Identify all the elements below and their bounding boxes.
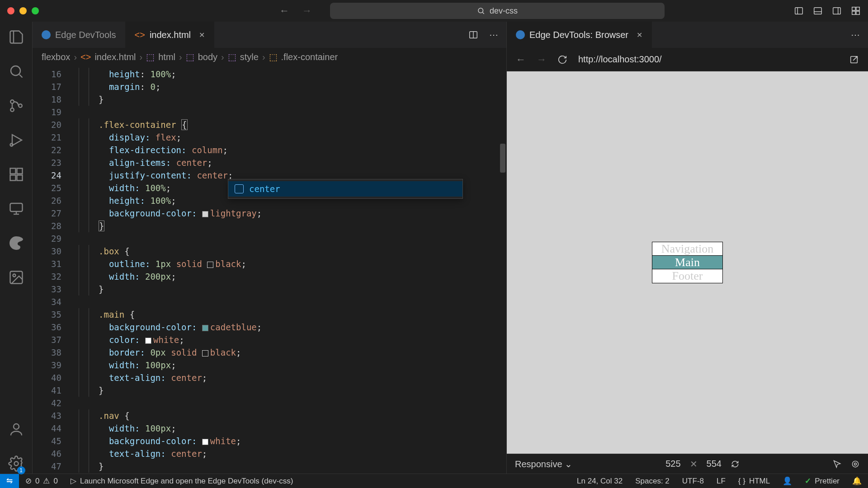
encoding-status[interactable]: UTF-8 (676, 474, 710, 488)
problems-counter[interactable]: ⊘0 ⚠0 (19, 474, 64, 488)
close-tab-icon[interactable]: ✕ (199, 31, 205, 39)
breadcrumb-item[interactable]: body (198, 52, 217, 62)
editor-scrollbar-track (499, 66, 506, 474)
run-debug-icon[interactable] (8, 132, 24, 148)
enum-value-icon (235, 184, 244, 193)
url-input[interactable]: http://localhost:3000/ (578, 54, 838, 65)
panel-right-icon[interactable] (832, 6, 842, 16)
command-center[interactable]: dev-css (330, 3, 665, 19)
symbol-icon: ⬚ (228, 52, 236, 62)
window-controls (7, 7, 39, 14)
open-external-icon[interactable] (849, 55, 859, 65)
tab-edge-browser[interactable]: Edge DevTools: Browser ✕ (507, 22, 652, 48)
search-sidebar-icon[interactable] (8, 63, 24, 80)
browser-viewport[interactable]: Navigation Main Footer (507, 71, 868, 454)
svg-rect-19 (10, 169, 15, 174)
reload-icon[interactable] (557, 55, 567, 65)
responsive-dropdown[interactable]: Responsive ⌄ (515, 459, 572, 469)
intellisense-popup[interactable]: center (228, 179, 463, 199)
live-preview-icon[interactable]: 👤 (776, 474, 798, 488)
svg-marker-17 (12, 135, 22, 145)
extensions-icon[interactable] (8, 166, 24, 183)
svg-line-13 (19, 75, 22, 78)
debug-launch-button[interactable]: ▷Launch Microsoft Edge and open the Edge… (64, 474, 300, 488)
browser-back-icon[interactable]: ← (516, 54, 526, 66)
customize-layout-icon[interactable] (851, 6, 861, 16)
remote-explorer-icon[interactable] (8, 201, 24, 217)
indentation-status[interactable]: Spaces: 2 (629, 474, 676, 488)
warning-icon: ⚠ (43, 476, 50, 486)
footer-box: Footer (652, 269, 722, 283)
image-icon[interactable] (8, 269, 24, 286)
panel-left-icon[interactable] (794, 6, 804, 16)
browser-forward-icon[interactable]: → (537, 54, 547, 66)
explorer-icon[interactable] (8, 29, 24, 45)
history-forward-icon[interactable]: → (302, 5, 312, 17)
target-icon[interactable] (851, 460, 860, 469)
svg-point-27 (13, 274, 15, 277)
edge-tools-icon[interactable] (8, 235, 24, 251)
remote-indicator[interactable]: ⇋ (0, 474, 19, 488)
more-actions-icon[interactable]: ⋯ (851, 29, 860, 40)
breadcrumb-item[interactable]: flexbox (42, 52, 70, 62)
history-nav: ← → (279, 5, 312, 17)
editor-scrollbar-thumb[interactable] (500, 144, 505, 173)
prettier-status[interactable]: ✓ Prettier (798, 474, 846, 488)
svg-point-14 (10, 100, 14, 103)
html-file-icon: <> (80, 52, 91, 62)
breadcrumb[interactable]: flexbox› <> index.html› ⬚ html› ⬚ body› … (33, 48, 506, 66)
symbol-icon: ⬚ (269, 52, 278, 62)
breadcrumb-item[interactable]: style (240, 52, 259, 62)
history-back-icon[interactable]: ← (279, 5, 289, 17)
svg-point-12 (11, 66, 20, 75)
language-mode[interactable]: { } HTML (732, 474, 776, 488)
maximize-window-button[interactable] (32, 7, 39, 14)
eol-status[interactable]: LF (710, 474, 732, 488)
close-tab-icon[interactable]: ✕ (637, 31, 642, 39)
svg-line-1 (482, 12, 484, 14)
tab-edge-devtools[interactable]: Edge DevTools (33, 22, 126, 48)
svg-point-34 (854, 463, 857, 465)
line-number-gutter: 1617181920212223242526272829303132333435… (33, 66, 69, 474)
symbol-icon: ⬚ (186, 52, 194, 62)
check-icon: ✓ (805, 476, 811, 486)
svg-point-28 (14, 424, 19, 429)
browser-toolbar: ← → http://localhost:3000/ (507, 48, 868, 71)
split-editor-icon[interactable] (468, 30, 478, 40)
close-window-button[interactable] (7, 7, 14, 14)
close-icon[interactable]: ✕ (690, 459, 698, 469)
minimize-window-button[interactable] (19, 7, 27, 14)
svg-point-0 (478, 8, 483, 13)
viewport-height[interactable]: 554 (707, 459, 722, 469)
braces-icon: { } (738, 477, 745, 486)
status-bar: ⇋ ⊘0 ⚠0 ▷Launch Microsoft Edge and open … (0, 474, 868, 488)
inspect-icon[interactable] (833, 460, 842, 469)
more-actions-icon[interactable]: ⋯ (489, 29, 498, 40)
settings-icon-wrapper[interactable] (8, 455, 24, 474)
svg-rect-10 (852, 11, 855, 14)
code-content[interactable]: height: 100%; margin: 0; } .flex-contain… (69, 66, 506, 474)
breadcrumb-item[interactable]: .flex-container (281, 52, 338, 62)
panel-bottom-icon[interactable] (813, 6, 823, 16)
cursor-position[interactable]: Ln 24, Col 32 (571, 474, 629, 488)
svg-point-16 (19, 104, 22, 108)
svg-point-29 (14, 462, 18, 466)
accounts-icon[interactable] (8, 421, 24, 437)
code-editor[interactable]: 1617181920212223242526272829303132333435… (33, 66, 506, 474)
remote-icon: ⇋ (6, 476, 13, 486)
source-control-icon[interactable] (8, 98, 24, 114)
rotate-icon[interactable] (731, 460, 740, 469)
intellisense-item[interactable]: center (228, 181, 462, 197)
viewport-width[interactable]: 525 (665, 459, 680, 469)
editor-tabs: Edge DevTools <> index.html ✕ ⋯ (33, 22, 506, 48)
editor-group: Edge DevTools <> index.html ✕ ⋯ flexbox›… (33, 22, 506, 474)
rendered-page: Navigation Main Footer (652, 242, 722, 283)
tab-index-html[interactable]: <> index.html ✕ (126, 22, 215, 48)
intellisense-label: center (249, 183, 280, 195)
browser-panel: Edge DevTools: Browser ✕ ⋯ ← → http://lo… (506, 22, 868, 474)
breadcrumb-item[interactable]: index.html (94, 52, 136, 62)
breadcrumb-item[interactable]: html (158, 52, 175, 62)
browser-tab-actions: ⋯ (843, 22, 868, 48)
notifications-icon[interactable]: 🔔 (846, 474, 868, 488)
gear-icon (8, 455, 24, 472)
